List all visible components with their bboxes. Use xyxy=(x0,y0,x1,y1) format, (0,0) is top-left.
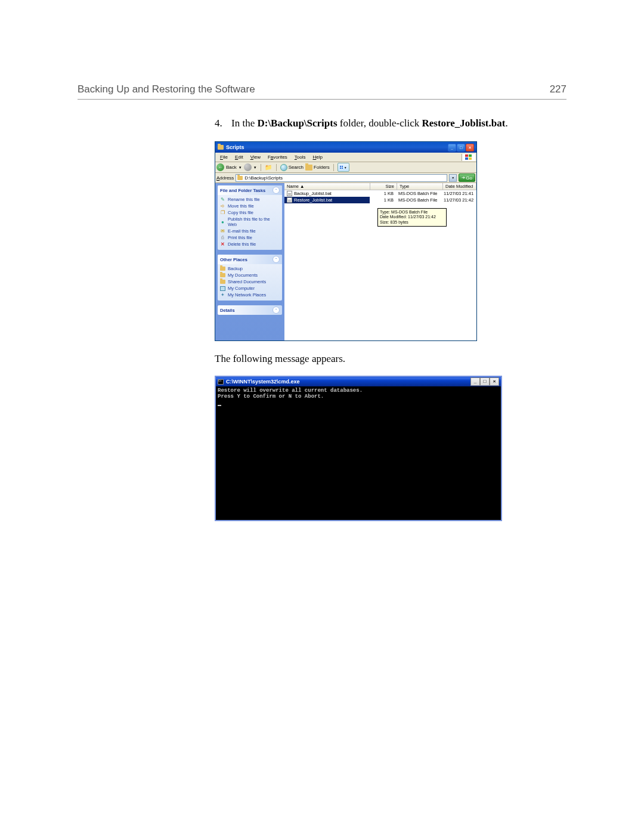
step-number: 4. xyxy=(215,117,231,129)
page-header-title: Backing Up and Restoring the Software xyxy=(78,83,255,95)
column-date[interactable]: Date Modified xyxy=(443,183,476,190)
other-network[interactable]: ✦My Network Places xyxy=(220,292,280,298)
svg-rect-2 xyxy=(465,157,468,160)
file-row-selected[interactable]: Restore_Joblist.bat 1 KB MS-DOS Batch Fi… xyxy=(284,197,476,203)
file-row[interactable]: Backup_Joblist.bat 1 KB MS-DOS Batch Fil… xyxy=(284,190,476,197)
forward-button[interactable] xyxy=(244,163,252,171)
folders-icon xyxy=(305,165,312,171)
chevron-up-icon[interactable]: ˆ xyxy=(273,187,280,194)
chevron-up-icon[interactable]: ˆ xyxy=(273,256,280,263)
step-text: In the D:\Backup\Scripts folder, double-… xyxy=(231,117,566,129)
window-controls: _ □ × xyxy=(448,144,474,151)
task-move[interactable]: ➪Move this file xyxy=(220,203,280,209)
column-size[interactable]: Size xyxy=(370,183,397,190)
folder-icon xyxy=(220,267,225,271)
addressbar: Address D:\Backup\Scripts ▼ Go xyxy=(215,173,476,183)
column-headers: Name ▲ Size Type Date Modified xyxy=(284,183,476,190)
other-mycomputer[interactable]: My Computer xyxy=(220,285,280,292)
window-title: Scripts xyxy=(226,144,244,150)
task-rename[interactable]: ✎Rename this file xyxy=(220,196,280,203)
file-folder-tasks-panel: File and Folder Tasks ˆ ✎Rename this fil… xyxy=(218,185,282,250)
toolbar: ← Back ▼ ▼ 📁 Search Folders xyxy=(215,162,476,173)
folders-button[interactable]: Folders xyxy=(305,165,330,171)
svg-rect-3 xyxy=(469,157,472,160)
bat-file-icon xyxy=(287,197,292,203)
address-input[interactable]: D:\Backup\Scripts xyxy=(236,174,447,182)
menu-help[interactable]: Help xyxy=(309,154,326,160)
network-icon: ✦ xyxy=(220,292,225,298)
column-name[interactable]: Name ▲ xyxy=(284,183,370,190)
menu-view[interactable]: View xyxy=(247,154,264,160)
rename-icon: ✎ xyxy=(220,197,225,202)
menu-tools[interactable]: Tools xyxy=(291,154,309,160)
maximize-button[interactable]: □ xyxy=(457,144,465,151)
cursor xyxy=(218,405,221,406)
svg-rect-1 xyxy=(469,154,472,157)
cmd-icon xyxy=(218,379,224,385)
task-print[interactable]: ⎙Print this file xyxy=(220,234,280,241)
menu-edit[interactable]: Edit xyxy=(231,154,247,160)
windows-flag-icon xyxy=(462,154,475,161)
address-dropdown[interactable]: ▼ xyxy=(449,174,457,182)
views-button[interactable]: ▼ xyxy=(338,163,349,172)
address-folder-icon xyxy=(237,176,243,180)
menu-favorites[interactable]: Favorites xyxy=(264,154,291,160)
cmd-title: C:\WINNT\system32\cmd.exe xyxy=(226,379,300,385)
back-button[interactable]: Back xyxy=(226,165,237,170)
cmd-window: C:\WINNT\system32\cmd.exe _ □ × Restore … xyxy=(215,376,502,521)
go-button[interactable]: Go xyxy=(459,174,475,182)
task-email[interactable]: ✉E-mail this file xyxy=(220,228,280,234)
views-icon xyxy=(340,166,343,169)
page-number: 227 xyxy=(550,83,566,95)
minimize-button[interactable]: _ xyxy=(470,377,480,386)
explorer-window: Scripts _ □ × File Edit View Favorites T… xyxy=(215,141,477,341)
other-places-panel: Other Places ˆ Backup My Documents Share… xyxy=(218,255,282,301)
delete-icon: ✕ xyxy=(220,241,225,247)
maximize-button[interactable]: □ xyxy=(480,377,490,386)
file-list: Name ▲ Size Type Date Modified Backup_Jo… xyxy=(284,183,476,340)
email-icon: ✉ xyxy=(220,228,225,234)
folder-icon xyxy=(220,280,225,284)
task-delete[interactable]: ✕Delete this file xyxy=(220,241,280,247)
titlebar: Scripts _ □ × xyxy=(215,142,476,153)
svg-rect-0 xyxy=(465,154,468,157)
sidebar: File and Folder Tasks ˆ ✎Rename this fil… xyxy=(215,183,284,340)
other-shared[interactable]: Shared Documents xyxy=(220,278,280,285)
step-4: 4. In the D:\Backup\Scripts folder, doub… xyxy=(215,117,566,129)
search-icon xyxy=(280,164,287,171)
file-tooltip: Type: MS-DOS Batch File Date Modified: 1… xyxy=(377,208,447,227)
task-publish[interactable]: ●Publish this file to the Web xyxy=(220,216,280,228)
cmd-titlebar: C:\WINNT\system32\cmd.exe _ □ × xyxy=(216,377,501,386)
column-type[interactable]: Type xyxy=(397,183,443,190)
copy-icon: ❐ xyxy=(220,210,225,215)
up-button[interactable]: 📁 xyxy=(265,163,273,171)
close-button[interactable]: × xyxy=(490,377,499,386)
details-panel: Details ˇ xyxy=(218,305,282,315)
folder-icon xyxy=(220,273,225,277)
task-copy[interactable]: ❐Copy this file xyxy=(220,209,280,216)
address-label: Address xyxy=(216,175,234,181)
menubar: File Edit View Favorites Tools Help xyxy=(215,153,476,162)
chevron-down-icon[interactable]: ˇ xyxy=(273,306,280,314)
print-icon: ⎙ xyxy=(220,235,225,240)
folder-icon xyxy=(218,145,224,150)
bat-file-icon xyxy=(287,191,292,196)
move-icon: ➪ xyxy=(220,203,225,209)
cmd-output: Restore will overwrite all current datab… xyxy=(216,386,501,520)
search-button[interactable]: Search xyxy=(280,164,304,171)
close-button[interactable]: × xyxy=(466,144,474,151)
other-mydocs[interactable]: My Documents xyxy=(220,272,280,278)
publish-icon: ● xyxy=(220,219,225,225)
back-button-icon[interactable]: ← xyxy=(216,163,224,171)
menu-file[interactable]: File xyxy=(216,154,231,160)
other-backup[interactable]: Backup xyxy=(220,265,280,272)
body-text: The following message appears. xyxy=(215,353,566,365)
minimize-button[interactable]: _ xyxy=(448,144,456,151)
computer-icon xyxy=(220,286,225,291)
